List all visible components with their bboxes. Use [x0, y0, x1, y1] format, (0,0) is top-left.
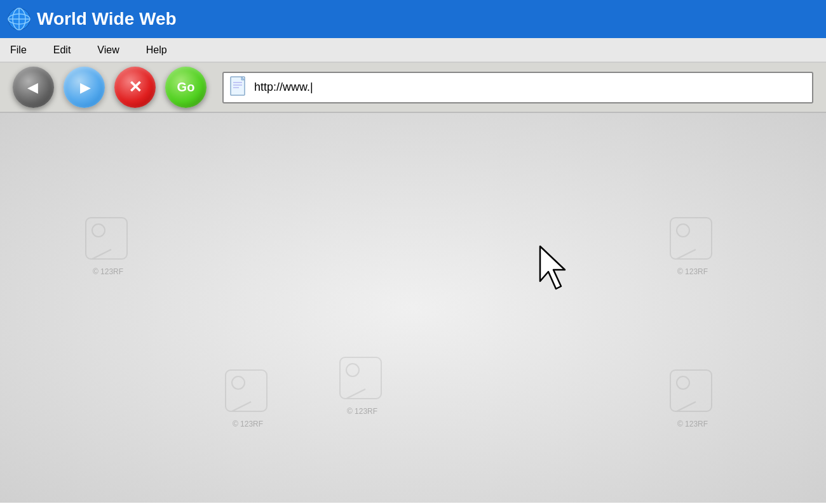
- back-arrow-icon: ◀: [27, 79, 38, 96]
- title-bar: World Wide Web: [0, 0, 826, 38]
- globe-icon: [8, 8, 30, 30]
- watermark-3: © 123RF: [667, 215, 718, 276]
- svg-rect-23: [226, 370, 267, 411]
- stop-x-icon: ✕: [128, 77, 142, 97]
- svg-line-25: [232, 402, 251, 411]
- content-area: © 123RF © 123RF © 123RF © 123RF: [0, 113, 826, 503]
- svg-rect-20: [670, 370, 712, 411]
- svg-rect-14: [340, 357, 381, 399]
- svg-point-15: [346, 364, 359, 376]
- watermark-2: © 123RF: [337, 354, 388, 416]
- forward-arrow-icon: ▶: [80, 79, 91, 96]
- svg-line-16: [346, 389, 365, 399]
- svg-point-18: [677, 224, 689, 237]
- toolbar: ◀ ▶ ✕ Go: [0, 62, 826, 113]
- svg-point-12: [92, 224, 105, 237]
- page-icon: [230, 76, 249, 99]
- menu-bar: File Edit View Help: [0, 38, 826, 62]
- go-button[interactable]: Go: [165, 67, 207, 108]
- address-bar-container: [222, 72, 813, 103]
- svg-line-22: [677, 402, 696, 411]
- svg-line-19: [677, 249, 696, 259]
- svg-rect-11: [86, 218, 127, 259]
- watermark-1: © 123RF: [83, 215, 133, 276]
- window-title: World Wide Web: [37, 9, 177, 29]
- svg-point-24: [232, 376, 245, 389]
- svg-line-13: [92, 249, 111, 259]
- watermark-5: © 123RF: [222, 367, 273, 428]
- menu-view[interactable]: View: [93, 42, 123, 58]
- address-input[interactable]: [254, 81, 806, 94]
- back-button[interactable]: ◀: [13, 67, 54, 108]
- mouse-cursor: [537, 243, 575, 296]
- watermark-4: © 123RF: [667, 367, 718, 428]
- svg-rect-17: [670, 218, 712, 259]
- forward-button[interactable]: ▶: [64, 67, 105, 108]
- svg-marker-10: [540, 246, 565, 289]
- menu-help[interactable]: Help: [142, 42, 171, 58]
- svg-point-21: [677, 376, 689, 389]
- stop-button[interactable]: ✕: [114, 67, 156, 108]
- menu-file[interactable]: File: [6, 42, 30, 58]
- menu-edit[interactable]: Edit: [50, 42, 75, 58]
- go-label: Go: [177, 80, 195, 95]
